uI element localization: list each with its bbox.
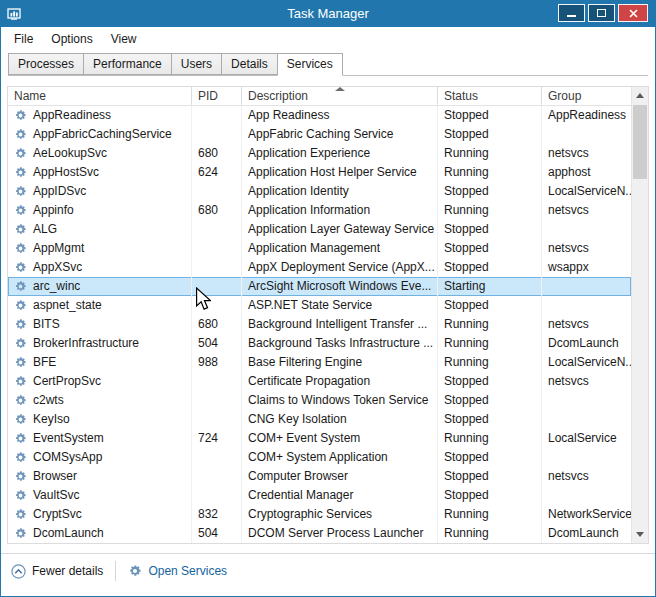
tab-performance[interactable]: Performance <box>83 53 172 75</box>
service-description: Claims to Windows Token Service <box>242 391 438 410</box>
column-header-group[interactable]: Group <box>542 87 631 105</box>
table-row[interactable]: BrokerInfrastructure 504 Background Task… <box>8 334 631 353</box>
table-row[interactable]: arc_winc ArcSight Microsoft Windows Eve.… <box>8 277 631 296</box>
table-row[interactable]: EventSystem 724 COM+ Event System Runnin… <box>8 429 631 448</box>
menu-file[interactable]: File <box>5 29 42 49</box>
table-row[interactable]: ALG Application Layer Gateway Service St… <box>8 220 631 239</box>
tab-processes[interactable]: Processes <box>8 53 84 75</box>
table-row[interactable]: DcomLaunch 504 DCOM Server Process Launc… <box>8 524 631 543</box>
service-name: arc_winc <box>33 277 80 296</box>
maximize-button[interactable] <box>588 4 615 22</box>
service-name-cell: AppHostSvc <box>8 163 192 182</box>
service-name: COMSysApp <box>33 448 102 467</box>
service-name: AppMgmt <box>33 239 84 258</box>
fewer-details-button[interactable]: Fewer details <box>11 561 103 581</box>
table-row[interactable]: AeLookupSvc 680 Application Experience R… <box>8 144 631 163</box>
service-gear-icon <box>14 185 27 198</box>
table-row[interactable]: AppIDSvc Application Identity Stopped Lo… <box>8 182 631 201</box>
service-status: Stopped <box>438 296 542 315</box>
column-header-name[interactable]: Name <box>8 87 192 105</box>
service-group <box>542 277 631 296</box>
close-button[interactable] <box>618 4 648 22</box>
scrollbar-thumb[interactable] <box>633 105 647 179</box>
tab-services[interactable]: Services <box>277 53 343 76</box>
table-row[interactable]: AppXSvc AppX Deployment Service (AppX...… <box>8 258 631 277</box>
menu-bar: File Options View <box>1 27 655 51</box>
menu-view[interactable]: View <box>102 29 146 49</box>
service-gear-icon <box>14 413 27 426</box>
service-gear-icon <box>14 432 27 445</box>
service-status: Stopped <box>438 220 542 239</box>
service-description: Application Information <box>242 201 438 220</box>
table-row[interactable]: AppHostSvc 624 Application Host Helper S… <box>8 163 631 182</box>
vertical-scrollbar[interactable] <box>631 87 648 543</box>
service-pid <box>192 239 242 258</box>
footer-separator <box>115 561 116 581</box>
service-name: AppIDSvc <box>33 182 86 201</box>
title-bar[interactable]: Task Manager <box>1 1 655 27</box>
service-pid <box>192 448 242 467</box>
table-row[interactable]: KeyIso CNG Key Isolation Stopped <box>8 410 631 429</box>
table-row[interactable]: Browser Computer Browser Stopped netsvcs <box>8 467 631 486</box>
service-pid: 504 <box>192 524 242 543</box>
service-status: Stopped <box>438 486 542 505</box>
table-row[interactable]: AppReadiness App Readiness Stopped AppRe… <box>8 106 631 125</box>
column-header-pid[interactable]: PID <box>192 87 242 105</box>
tab-users[interactable]: Users <box>171 53 222 75</box>
table-row[interactable]: aspnet_state ASP.NET State Service Stopp… <box>8 296 631 315</box>
service-name: AppHostSvc <box>33 163 99 182</box>
service-name: BITS <box>33 315 60 334</box>
task-manager-window: Task Manager File Options View Processes… <box>0 0 656 597</box>
open-services-link[interactable]: Open Services <box>128 561 227 581</box>
service-status: Running <box>438 429 542 448</box>
table-row[interactable]: AppMgmt Application Management Stopped n… <box>8 239 631 258</box>
table-row[interactable]: BFE 988 Base Filtering Engine Running Lo… <box>8 353 631 372</box>
service-description: ArcSight Microsoft Windows Eve... <box>242 277 438 296</box>
service-pid: 504 <box>192 334 242 353</box>
table-row[interactable]: AppFabricCachingService AppFabric Cachin… <box>8 125 631 144</box>
service-name-cell: BITS <box>8 315 192 334</box>
service-gear-icon <box>14 299 27 312</box>
service-name: CryptSvc <box>33 505 82 524</box>
table-row[interactable]: COMSysApp COM+ System Application Stoppe… <box>8 448 631 467</box>
service-name: VaultSvc <box>33 486 79 505</box>
service-pid <box>192 277 242 296</box>
menu-options[interactable]: Options <box>42 29 101 49</box>
service-name-cell: AppXSvc <box>8 258 192 277</box>
column-header-status[interactable]: Status <box>438 87 542 105</box>
service-pid: 680 <box>192 201 242 220</box>
scroll-up-button[interactable] <box>632 87 648 104</box>
service-group <box>542 448 631 467</box>
service-gear-icon <box>14 242 27 255</box>
service-name-cell: Browser <box>8 467 192 486</box>
tab-details[interactable]: Details <box>221 53 278 75</box>
service-status: Stopped <box>438 182 542 201</box>
table-header: Name PID Description Status Group <box>8 87 631 106</box>
service-name-cell: COMSysApp <box>8 448 192 467</box>
table-row[interactable]: CertPropSvc Certificate Propagation Stop… <box>8 372 631 391</box>
table-row[interactable]: c2wts Claims to Windows Token Service St… <box>8 391 631 410</box>
column-header-description[interactable]: Description <box>242 87 438 105</box>
service-name-cell: AppReadiness <box>8 106 192 125</box>
service-group: DcomLaunch <box>542 334 631 353</box>
scroll-down-button[interactable] <box>632 526 648 543</box>
service-status: Stopped <box>438 467 542 486</box>
table-row[interactable]: VaultSvc Credential Manager Stopped <box>8 486 631 505</box>
service-gear-icon <box>14 128 27 141</box>
service-gear-icon <box>14 204 27 217</box>
service-description: Application Management <box>242 239 438 258</box>
minimize-icon <box>567 15 576 17</box>
service-status: Stopped <box>438 258 542 277</box>
service-group: netsvcs <box>542 144 631 163</box>
service-gear-icon <box>14 147 27 160</box>
table-row[interactable]: CryptSvc 832 Cryptographic Services Runn… <box>8 505 631 524</box>
minimize-button[interactable] <box>558 4 585 22</box>
service-status: Running <box>438 505 542 524</box>
table-row[interactable]: Appinfo 680 Application Information Runn… <box>8 201 631 220</box>
service-name: Appinfo <box>33 201 74 220</box>
service-pid <box>192 391 242 410</box>
table-row[interactable]: BITS 680 Background Intelligent Transfer… <box>8 315 631 334</box>
service-group: LocalServiceN... <box>542 182 631 201</box>
service-name: aspnet_state <box>33 296 102 315</box>
service-pid <box>192 410 242 429</box>
